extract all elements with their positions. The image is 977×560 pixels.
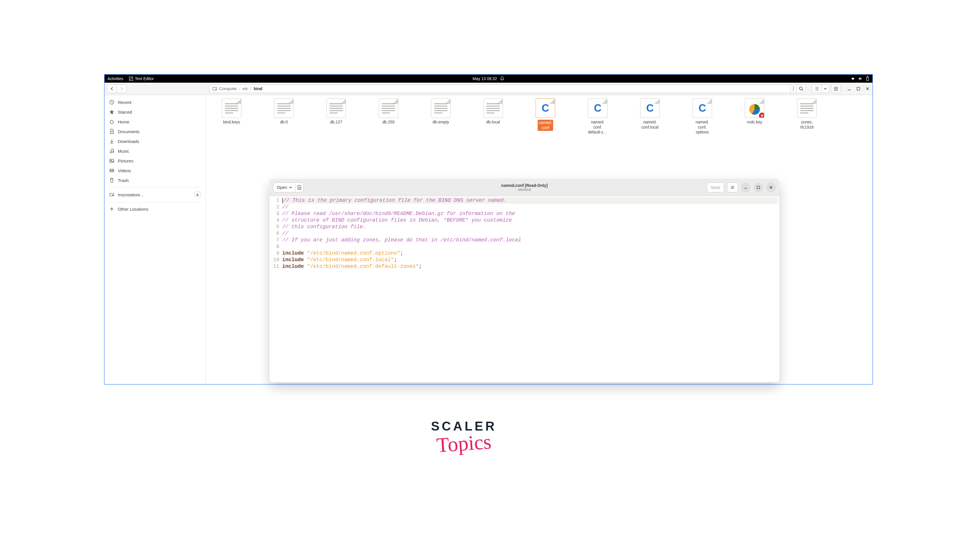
doc-icon	[109, 129, 114, 134]
file-item[interactable]: Cnamed.conf.default-z…	[576, 98, 619, 135]
text-editor-window: Open named.conf [Read-Only] /etc/bind Sa…	[269, 179, 779, 382]
plus-icon	[109, 207, 114, 212]
code-line[interactable]: include "/etc/bind/named.conf.local";	[282, 257, 778, 263]
file-item[interactable]: rndc.key	[733, 98, 776, 125]
code-line[interactable]: // structure of BIND configuration files…	[282, 217, 778, 223]
sidebar-item-music[interactable]: Music	[105, 146, 206, 156]
path-seg-etc[interactable]: etc	[243, 87, 248, 91]
svg-rect-3	[212, 87, 217, 90]
file-thumb: C	[535, 98, 555, 118]
volume-icon[interactable]	[858, 77, 863, 81]
chevron-left-icon	[110, 87, 114, 90]
path-root[interactable]: Computer	[219, 87, 237, 91]
new-tab-button[interactable]	[295, 183, 303, 192]
close-button[interactable]	[865, 86, 870, 91]
search-icon	[799, 87, 803, 91]
sidebar-item-mscreationi-[interactable]: mscreationi…	[105, 189, 206, 200]
file-item[interactable]: Cnamed.conf.local	[629, 98, 671, 130]
svg-point-8	[800, 87, 802, 90]
minimize-button[interactable]	[847, 86, 852, 91]
desktop-window-outline: Activities Text Editor May 13 08:32	[104, 74, 873, 385]
file-item[interactable]: db.local	[472, 98, 514, 125]
code-line[interactable]: include "/etc/bind/named.conf.options";	[282, 250, 778, 257]
activities-button[interactable]: Activities	[107, 77, 123, 81]
editor-body[interactable]: 1234567891011 // This is the primary con…	[269, 196, 779, 382]
code-line[interactable]: // If you are just adding zones, please …	[282, 237, 778, 243]
code-line[interactable]: //	[282, 204, 778, 210]
file-thumb	[797, 98, 816, 118]
code-line[interactable]: //	[282, 230, 778, 237]
file-item[interactable]: db.0	[263, 98, 305, 125]
sidebar-item-other-locations[interactable]: Other Locations	[105, 204, 206, 214]
sidebar-item-starred[interactable]: Starred	[105, 107, 206, 117]
file-thumb: C	[640, 98, 660, 118]
open-button[interactable]: Open	[273, 183, 295, 192]
code-line[interactable]: // This is the primary configuration fil…	[282, 197, 778, 204]
file-item[interactable]: Cnamed.conf.options	[681, 98, 724, 135]
view-list-button[interactable]	[812, 84, 821, 93]
file-name: bind.keys	[210, 120, 253, 125]
editor-close-button[interactable]	[766, 183, 776, 192]
sidebar-item-label: mscreationi…	[118, 192, 144, 197]
hamburger-menu-button[interactable]	[831, 84, 841, 93]
nav-back-button[interactable]	[107, 84, 117, 93]
sidebar-item-label: Videos	[118, 168, 131, 173]
sidebar-item-home[interactable]: Home	[105, 117, 206, 127]
text-editor-icon	[129, 77, 133, 81]
file-item[interactable]: Cnamed.conf	[524, 98, 567, 131]
battery-icon[interactable]	[865, 77, 870, 81]
eject-icon	[196, 193, 199, 196]
minimize-icon	[847, 87, 851, 91]
code-line[interactable]: // Please read /usr/share/doc/bind9/READ…	[282, 210, 778, 217]
file-item[interactable]: bind.keys	[210, 98, 253, 125]
file-thumb	[745, 98, 765, 118]
editor-header: Open named.conf [Read-Only] /etc/bind Sa…	[269, 179, 779, 196]
disk-icon	[109, 192, 114, 197]
sidebar-item-documents[interactable]: Documents	[105, 127, 206, 136]
places-sidebar: RecentStarredHomeDocumentsDownloadsMusic…	[105, 95, 206, 384]
clock[interactable]: May 13 08:32	[473, 77, 497, 81]
svg-rect-9	[857, 87, 860, 90]
save-button[interactable]: Save	[707, 183, 724, 192]
file-item[interactable]: db.255	[367, 98, 410, 125]
nav-forward-button[interactable]	[117, 84, 126, 93]
file-item[interactable]: db.empty	[420, 98, 462, 125]
editor-menu-button[interactable]	[727, 183, 738, 192]
current-app-indicator[interactable]: Text Editor	[129, 77, 154, 81]
eject-button[interactable]	[194, 191, 201, 198]
editor-code[interactable]: // This is the primary configuration fil…	[281, 196, 779, 382]
code-line[interactable]: include "/etc/bind/named.conf.default-zo…	[282, 263, 778, 270]
code-line[interactable]	[282, 243, 778, 250]
sidebar-item-videos[interactable]: Videos	[105, 166, 206, 175]
file-item[interactable]: zones.rfc1918	[786, 98, 828, 130]
editor-minimize-button[interactable]	[741, 183, 751, 192]
view-dropdown-button[interactable]	[821, 84, 829, 93]
sidebar-item-pictures[interactable]: Pictures	[105, 156, 206, 166]
path-seg-bind[interactable]: bind	[254, 87, 263, 91]
chevron-down-icon	[824, 87, 827, 90]
sidebar-item-downloads[interactable]: Downloads	[105, 136, 206, 146]
logo-word-topics: Topics	[430, 429, 497, 458]
notification-bell-icon[interactable]	[500, 77, 504, 81]
file-name: named.conf.options	[681, 120, 724, 135]
close-icon	[769, 186, 773, 189]
clock-icon	[109, 100, 114, 105]
close-icon	[865, 87, 870, 91]
maximize-icon	[756, 186, 760, 189]
sidebar-item-label: Trash	[118, 178, 129, 183]
wifi-icon[interactable]	[851, 77, 855, 81]
search-button[interactable]	[796, 84, 806, 93]
editor-maximize-button[interactable]	[753, 183, 763, 192]
file-item[interactable]: db.127	[315, 98, 358, 125]
code-line[interactable]: // this configuration file.	[282, 223, 778, 230]
sidebar-item-recent[interactable]: Recent	[105, 97, 206, 107]
file-thumb	[222, 98, 241, 118]
c-source-icon: C	[594, 102, 601, 114]
svg-rect-19	[757, 186, 760, 188]
sidebar-item-label: Pictures	[118, 158, 133, 163]
path-bar[interactable]: Computer / etc / bind	[209, 84, 791, 93]
music-icon	[109, 148, 114, 153]
maximize-button[interactable]	[856, 86, 861, 91]
path-more-button[interactable]	[791, 84, 796, 93]
sidebar-item-trash[interactable]: Trash	[105, 175, 206, 185]
